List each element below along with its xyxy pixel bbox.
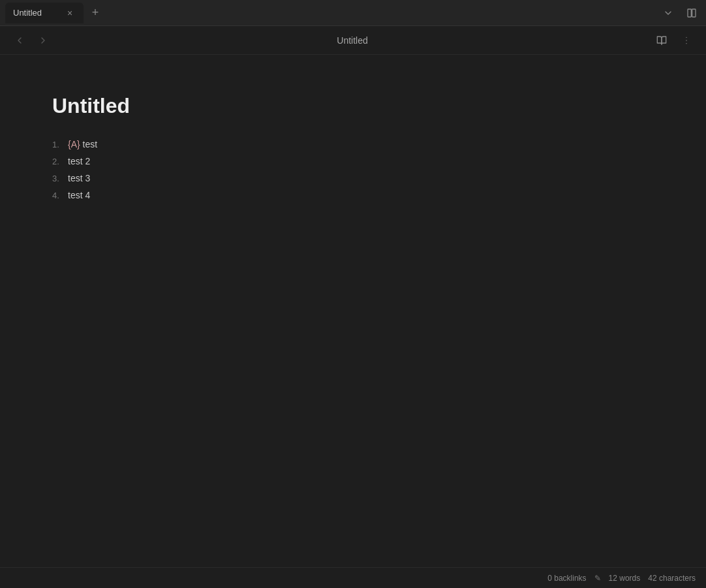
characters-label: 42 characters bbox=[648, 574, 696, 583]
backlinks-label: 0 backlinks bbox=[547, 574, 586, 583]
tab-title: Untitled bbox=[13, 8, 42, 18]
forward-icon bbox=[38, 35, 48, 46]
list-item: 4. test 4 bbox=[52, 190, 654, 200]
list-item: 3. test 3 bbox=[52, 173, 654, 183]
reading-view-button[interactable] bbox=[652, 31, 671, 50]
svg-rect-0 bbox=[688, 9, 691, 17]
list-text[interactable]: test 3 bbox=[68, 173, 90, 183]
main-content: Untitled 1. {A} test 2. test 2 3. test 3… bbox=[0, 55, 706, 567]
forward-button[interactable] bbox=[34, 31, 52, 50]
nav-buttons bbox=[10, 31, 52, 50]
list-item: 1. {A} test bbox=[52, 139, 654, 149]
pencil-icon: ✎ bbox=[594, 574, 601, 583]
list-text[interactable]: {A} test bbox=[68, 139, 97, 149]
new-tab-button[interactable]: + bbox=[86, 4, 104, 22]
words-status[interactable]: 12 words bbox=[609, 574, 641, 583]
svg-point-4 bbox=[686, 43, 686, 44]
tab-bar: Untitled × + bbox=[0, 0, 706, 26]
characters-status[interactable]: 42 characters bbox=[648, 574, 696, 583]
list-number: 2. bbox=[52, 157, 68, 166]
list-item: 2. test 2 bbox=[52, 156, 654, 166]
cursor-text: {A} bbox=[68, 139, 80, 149]
list-number: 3. bbox=[52, 174, 68, 183]
svg-point-3 bbox=[686, 40, 686, 40]
back-icon bbox=[14, 35, 25, 46]
words-label: 12 words bbox=[609, 574, 641, 583]
back-button[interactable] bbox=[10, 31, 29, 50]
more-vertical-icon bbox=[681, 35, 692, 46]
ordered-list: 1. {A} test 2. test 2 3. test 3 4. test … bbox=[52, 139, 654, 200]
document-title[interactable]: Untitled bbox=[52, 94, 654, 118]
status-bar: 0 backlinks ✎ 12 words 42 characters bbox=[0, 567, 706, 588]
tab-close-button[interactable]: × bbox=[64, 7, 76, 19]
more-options-button[interactable] bbox=[677, 31, 696, 50]
split-layout-icon bbox=[686, 8, 697, 18]
backlinks-status[interactable]: 0 backlinks bbox=[547, 574, 586, 583]
layout-icon[interactable] bbox=[683, 4, 701, 22]
list-number: 1. bbox=[52, 140, 68, 149]
list-text[interactable]: test 4 bbox=[68, 190, 90, 200]
tab-dropdown-icon[interactable] bbox=[659, 4, 677, 22]
book-icon bbox=[656, 35, 667, 46]
edit-icon-status[interactable]: ✎ bbox=[594, 574, 601, 583]
tab-untitled[interactable]: Untitled × bbox=[5, 3, 84, 23]
chevron-down-icon bbox=[663, 8, 673, 18]
toolbar: Untitled bbox=[0, 26, 706, 55]
svg-point-2 bbox=[686, 37, 686, 37]
toolbar-right bbox=[652, 31, 696, 50]
list-number: 4. bbox=[52, 191, 68, 200]
tab-bar-right bbox=[659, 4, 701, 22]
toolbar-title: Untitled bbox=[52, 35, 652, 46]
svg-rect-1 bbox=[692, 9, 696, 17]
list-text[interactable]: test 2 bbox=[68, 156, 90, 166]
